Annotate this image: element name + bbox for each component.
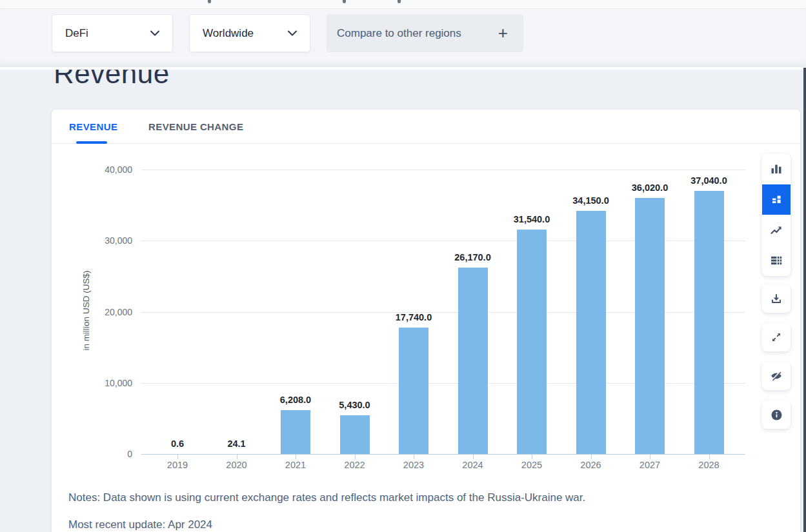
bar-2024[interactable] <box>458 268 488 454</box>
bar-value-label: 26,170.0 <box>434 251 512 263</box>
chart-type-toolbar <box>762 153 791 276</box>
x-axis-category-label: 2028 <box>680 460 739 470</box>
stacked-chart-view-button[interactable] <box>762 184 791 215</box>
hide-eye-icon <box>771 370 782 382</box>
x-axis-tick <box>709 455 710 459</box>
market-dropdown[interactable]: DeFi <box>52 14 173 52</box>
download-icon <box>771 293 782 304</box>
chart-update-note: Most recent update: Apr 2024 <box>68 518 765 531</box>
line-chart-icon <box>771 224 782 236</box>
bar-value-label: 24.1 <box>198 438 276 449</box>
fullscreen-button[interactable] <box>762 323 791 351</box>
bar-2022[interactable] <box>340 415 370 454</box>
y-axis-tick-label: 30,000 <box>52 235 132 246</box>
plot-area: in million USD (US$) 010,00020,00030,000… <box>52 110 800 532</box>
x-axis-category-label: 2023 <box>384 460 443 470</box>
info-icon <box>771 409 783 421</box>
chart-notes: Notes: Data shown is using current excha… <box>68 491 765 504</box>
page-title: Revenue <box>54 70 325 86</box>
compare-regions-button[interactable]: Compare to other regions + <box>327 14 523 52</box>
bar-2028[interactable] <box>694 191 724 454</box>
x-axis-tick <box>414 455 414 459</box>
x-axis-tick <box>296 455 296 459</box>
download-button[interactable] <box>762 284 791 313</box>
clipped-text-fragment <box>208 0 211 3</box>
bar-chart-icon <box>771 163 782 175</box>
y-gridline <box>141 170 745 170</box>
x-axis-tick <box>650 455 650 459</box>
clipped-text-fragment <box>343 0 346 3</box>
bar-value-label: 34,150.0 <box>552 195 630 206</box>
bar-2027[interactable] <box>635 198 665 454</box>
bar-2026[interactable] <box>576 211 606 454</box>
chevron-down-icon <box>288 30 297 36</box>
x-axis-tick <box>237 455 237 459</box>
bar-2021[interactable] <box>281 410 310 454</box>
market-dropdown-value: DeFi <box>65 27 88 40</box>
top-strip <box>0 0 806 9</box>
bar-chart-view-button[interactable] <box>762 153 791 184</box>
region-dropdown-value: Worldwide <box>203 27 254 40</box>
stacked-chart-icon <box>771 193 782 205</box>
fullscreen-icon <box>771 331 782 343</box>
table-icon <box>771 255 782 266</box>
plus-icon: + <box>498 25 508 41</box>
filter-bar: DeFi Worldwide Compare to other regions … <box>0 0 806 70</box>
bar-value-label: 31,540.0 <box>493 213 570 225</box>
x-axis-tick <box>177 455 178 459</box>
page-title-text: Revenue <box>54 70 325 86</box>
compare-regions-label: Compare to other regions <box>337 27 461 40</box>
vertical-scrollbar[interactable] <box>803 68 806 532</box>
bar-value-label: 17,740.0 <box>375 311 452 323</box>
chevron-down-icon <box>150 30 159 36</box>
x-axis-tick <box>591 455 592 459</box>
page: Revenue DeFi Worldwide Compare to other … <box>0 0 806 532</box>
bar-value-label: 37,040.0 <box>670 175 748 186</box>
x-axis-category-label: 2019 <box>148 460 207 470</box>
bar-2023[interactable] <box>399 328 428 454</box>
x-axis-tick <box>473 455 474 459</box>
clipped-text-fragment <box>398 0 401 3</box>
region-dropdown[interactable]: Worldwide <box>189 14 310 52</box>
line-chart-view-button[interactable] <box>762 215 791 246</box>
bar-2025[interactable] <box>517 230 547 454</box>
x-axis-category-label: 2020 <box>207 460 267 470</box>
table-view-button[interactable] <box>762 246 791 277</box>
y-axis-tick-label: 40,000 <box>52 164 132 175</box>
x-axis-category-label: 2025 <box>502 460 561 470</box>
bar-value-label: 5,430.0 <box>316 399 394 411</box>
x-axis-tick <box>532 455 532 459</box>
x-axis-tick <box>355 455 356 459</box>
y-axis-tick-label: 20,000 <box>52 306 132 318</box>
y-axis-tick-label: 0 <box>52 448 132 460</box>
x-axis-category-label: 2022 <box>325 460 385 470</box>
x-axis-category-label: 2027 <box>620 460 680 470</box>
hide-chart-button[interactable] <box>762 362 791 390</box>
y-axis-tick-label: 10,000 <box>52 377 132 389</box>
x-axis-line <box>141 454 745 455</box>
x-axis-category-label: 2024 <box>443 460 503 470</box>
x-axis-category-label: 2026 <box>561 460 621 470</box>
info-button[interactable] <box>762 400 791 429</box>
chart-card: REVENUE REVENUE CHANGE in million USD (U… <box>52 110 800 532</box>
x-axis-category-label: 2021 <box>266 460 325 470</box>
